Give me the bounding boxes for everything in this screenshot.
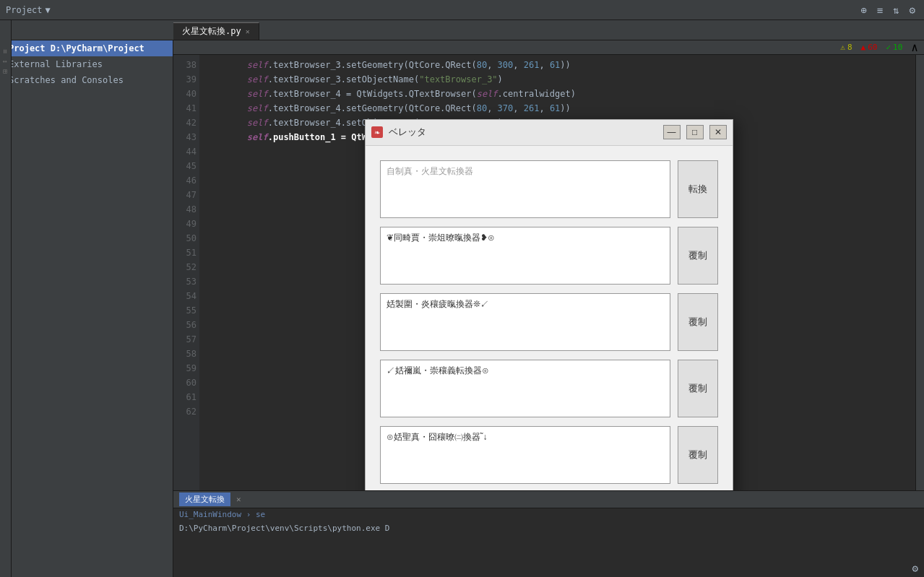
warning-badge: ⚠ 8: [840, 43, 852, 52]
ln-61: 61: [176, 390, 197, 404]
vertical-scrollbar[interactable]: [915, 55, 924, 490]
bottom-panel: 火星文転換 ✕ Ui_MainWindow › se D:\PyCharm\Pr…: [173, 490, 924, 577]
ln-47: 47: [176, 188, 197, 202]
dialog-title: ベレッタ: [389, 126, 657, 139]
project-dropdown-icon[interactable]: ▼: [46, 5, 51, 15]
ln-39: 39: [176, 72, 197, 87]
dialog-copy-button-0[interactable]: 覆制: [678, 227, 718, 285]
dialog-minimize-button[interactable]: —: [663, 125, 681, 139]
dialog-convert-button[interactable]: 転換: [678, 160, 718, 218]
ln-51: 51: [176, 246, 197, 260]
ln-43: 43: [176, 130, 197, 144]
left-icon-2[interactable]: ↕: [1, 59, 9, 64]
bottom-run-output: D:\PyCharm\Project\venv\Scripts\python.e…: [173, 521, 924, 577]
error-icon: ▲: [861, 43, 866, 52]
warning-count: 8: [847, 43, 852, 52]
dialog-output-field-2[interactable]: [380, 360, 670, 417]
code-line-41: self.textBrowser_4.setGeometry(QtCore.QR…: [205, 101, 910, 116]
toolbar-icon-1[interactable]: ⊕: [858, 3, 869, 17]
toolbar-icon-4[interactable]: ⚙: [907, 3, 918, 17]
project-text: Project: [6, 5, 43, 15]
ln-55: 55: [176, 303, 197, 318]
dialog-input-row: 自制真・火星文転換器 転換: [380, 160, 718, 218]
ok-badge: ✓ 10: [886, 43, 902, 52]
ln-52: 52: [176, 260, 197, 274]
dialog-copy-button-2[interactable]: 覆制: [678, 360, 718, 417]
sidebar-item-project[interactable]: Project D:\PyCharm\Project: [0, 40, 173, 56]
ln-54: 54: [176, 289, 197, 303]
dialog-copy-button-1[interactable]: 覆制: [678, 293, 718, 351]
collapse-icon[interactable]: ∧: [911, 40, 918, 54]
ln-40: 40: [176, 87, 197, 101]
tab-close-icon[interactable]: ✕: [246, 27, 250, 35]
dialog-body: 自制真・火星文転換器 転換 覆制 覆制 覆制: [366, 146, 733, 498]
editor-area: ⚠ 8 ▲ 60 ✓ 10 ∧ 38 39 40 41 42 43 44: [173, 40, 924, 577]
dialog-app-icon: ❧: [374, 129, 380, 136]
line-numbers: 38 39 40 41 42 43 44 45 46 47 48 49 50 5…: [173, 55, 199, 490]
tab-label: 火星文転換.py: [182, 25, 241, 38]
ln-50: 50: [176, 231, 197, 246]
ln-41: 41: [176, 101, 197, 116]
input-placeholder-text: 自制真・火星文転換器: [387, 165, 473, 178]
bottom-breadcrumb: Ui_MainWindow › se: [173, 508, 924, 521]
ln-53: 53: [176, 274, 197, 289]
ln-48: 48: [176, 202, 197, 217]
ln-58: 58: [176, 347, 197, 361]
ln-56: 56: [176, 318, 197, 332]
ln-42: 42: [176, 116, 197, 130]
dialog-window: ❧ ベレッタ — □ ✕ 自制真・火星文転換器 転換: [365, 119, 733, 499]
sidebar: Project D:\PyCharm\Project External Libr…: [0, 40, 173, 577]
dialog-maximize-button[interactable]: □: [686, 125, 704, 139]
dialog-output-row-0: 覆制: [380, 227, 718, 285]
ln-46: 46: [176, 173, 197, 188]
dialog-close-button[interactable]: ✕: [709, 125, 727, 139]
ln-44: 44: [176, 144, 197, 159]
error-badge: ▲ 60: [861, 43, 878, 52]
ln-60: 60: [176, 376, 197, 390]
sidebar-item-external-label: External Libraries: [9, 59, 103, 69]
ln-59: 59: [176, 361, 197, 376]
sidebar-item-scratches-label: Scratches and Consoles: [9, 75, 124, 85]
dialog-output-field-3[interactable]: [380, 426, 670, 484]
code-line-40: self.textBrowser_4 = QtWidgets.QTextBrow…: [205, 87, 910, 101]
dialog-output-field-1[interactable]: [380, 293, 670, 351]
sidebar-item-scratches[interactable]: Scratches and Consoles: [0, 72, 173, 88]
dialog-copy-button-3[interactable]: 覆制: [678, 426, 718, 484]
code-line-38: self.textBrowser_3.setGeometry(QtCore.QR…: [205, 58, 910, 72]
bottom-tabs: 火星文転換 ✕: [173, 491, 924, 508]
ln-57: 57: [176, 332, 197, 347]
error-count: 60: [868, 43, 877, 52]
editor-top-bar: ⚠ 8 ▲ 60 ✓ 10 ∧: [173, 40, 924, 55]
dialog-title-icon: ❧: [371, 126, 383, 138]
toolbar-icon-3[interactable]: ⇅: [890, 3, 902, 17]
toolbar: Project ▼ ⊕ ≡ ⇅ ⚙: [0, 0, 924, 20]
dialog-output-row-1: 覆制: [380, 293, 718, 351]
left-icon-1[interactable]: ≡: [1, 49, 9, 53]
main-area: Project D:\PyCharm\Project External Libr…: [0, 40, 924, 577]
dialog-output-field-0[interactable]: [380, 227, 670, 285]
ln-45: 45: [176, 159, 197, 173]
tab-fire-star[interactable]: 火星文転換.py ✕: [173, 22, 259, 40]
ln-62: 62: [176, 404, 197, 419]
tab-bar: 火星文転換.py ✕: [0, 20, 924, 40]
left-icon-3[interactable]: ⊞: [1, 69, 9, 74]
left-strip: ≡ ↕ ⊞: [0, 40, 12, 577]
dialog-output-row-3: 覆制: [380, 426, 718, 484]
settings-icon[interactable]: ⚙: [912, 563, 918, 574]
toolbar-icon-2[interactable]: ≡: [874, 3, 886, 17]
bottom-tab-run[interactable]: 火星文転換: [179, 493, 230, 506]
run-output-text: D:\PyCharm\Project\venv\Scripts\python.e…: [179, 524, 389, 533]
ln-38: 38: [176, 58, 197, 72]
ok-icon: ✓: [886, 43, 891, 52]
toolbar-icons: ⊕ ≡ ⇅ ⚙: [858, 3, 918, 17]
dialog-output-row-2: 覆制: [380, 360, 718, 417]
warning-icon: ⚠: [840, 43, 845, 52]
bottom-tab-close[interactable]: ✕: [236, 495, 241, 504]
ok-count: 10: [893, 43, 902, 52]
dialog-titlebar: ❧ ベレッタ — □ ✕: [366, 120, 733, 146]
sidebar-item-external-libraries[interactable]: External Libraries: [0, 56, 173, 72]
sidebar-item-project-label: Project D:\PyCharm\Project: [9, 43, 144, 53]
project-label[interactable]: Project ▼: [6, 5, 51, 15]
ln-49: 49: [176, 217, 197, 231]
dialog-input-field[interactable]: 自制真・火星文転換器: [380, 160, 670, 218]
